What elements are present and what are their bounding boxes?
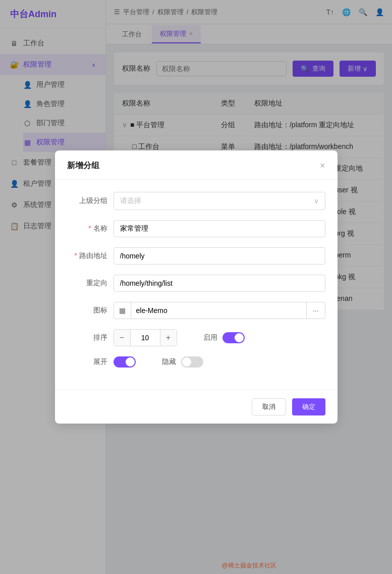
form-row-icon: 图标 ▦ ··· (67, 302, 325, 319)
expand-label: 展开 (67, 357, 107, 367)
increment-button[interactable]: + (160, 330, 177, 346)
redirect-input[interactable] (114, 275, 325, 292)
parent-group-label: 上级分组 (67, 196, 107, 205)
expand-toggle[interactable] (114, 356, 136, 368)
hide-group: 隐藏 (162, 356, 203, 368)
enable-label: 启用 (203, 333, 217, 342)
hide-toggle-slider (181, 356, 203, 368)
form-row-redirect: 重定向 (67, 275, 325, 292)
form-row-parent: 上级分组 请选择 ∨ (67, 192, 325, 210)
confirm-button[interactable]: 确定 (292, 398, 325, 415)
decrement-button[interactable]: − (114, 330, 130, 346)
redirect-label: 重定向 (67, 279, 107, 288)
form-row-expand-hide: 展开 隐藏 (67, 356, 325, 368)
chevron-down-select-icon: ∨ (314, 197, 319, 205)
icon-label: 图标 (67, 306, 107, 315)
parent-group-select[interactable]: 请选择 ∨ (114, 192, 325, 210)
enable-group: 启用 (203, 332, 245, 343)
form-row-name: 名称 (67, 220, 325, 237)
form-row-route: 路由地址 (67, 247, 325, 265)
hide-label: 隐藏 (162, 357, 176, 367)
modal-dialog: 新增分组 × 上级分组 请选择 ∨ 名称 路由地址 (55, 150, 338, 424)
form-row-sort-enable: 排序 − + 启用 (67, 329, 325, 346)
sort-label: 排序 (67, 333, 107, 342)
route-label: 路由地址 (67, 251, 107, 260)
modal-header: 新增分组 × (55, 150, 338, 180)
expand-toggle-slider (114, 356, 136, 368)
hide-toggle[interactable] (181, 356, 203, 368)
enable-toggle[interactable] (222, 332, 245, 343)
icon-more-button[interactable]: ··· (306, 302, 325, 319)
modal-body: 上级分组 请选择 ∨ 名称 路由地址 重定向 (55, 180, 338, 390)
icon-text-input[interactable] (131, 302, 306, 319)
sort-input[interactable] (130, 330, 160, 346)
modal-footer: 取消 确定 (55, 390, 338, 424)
icon-preview: ▦ (114, 302, 131, 319)
route-input[interactable] (114, 247, 325, 265)
cancel-button[interactable]: 取消 (252, 398, 286, 415)
parent-group-placeholder: 请选择 (120, 196, 141, 205)
enable-toggle-slider (222, 332, 245, 343)
modal-overlay: 新增分组 × 上级分组 请选择 ∨ 名称 路由地址 (0, 0, 392, 574)
sort-stepper: − + (114, 329, 177, 346)
name-label: 名称 (67, 224, 107, 233)
modal-close-button[interactable]: × (320, 161, 325, 171)
modal-title: 新增分组 (67, 161, 99, 171)
icon-input-group: ▦ ··· (114, 302, 325, 319)
name-input[interactable] (114, 220, 325, 237)
